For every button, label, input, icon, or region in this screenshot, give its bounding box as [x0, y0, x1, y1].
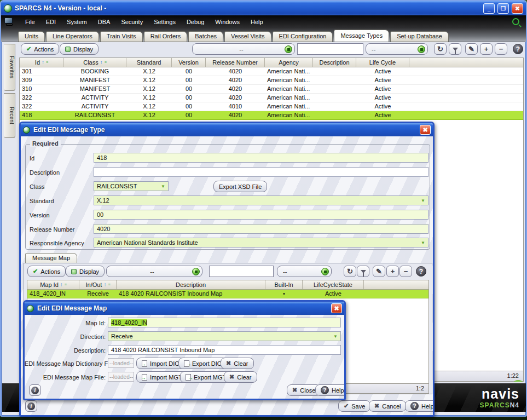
chevron-down-icon: ▼ [421, 199, 425, 203]
column-header-lifecyclestate[interactable]: LifeCycleState [303, 280, 364, 289]
edit-button[interactable]: ✎ [465, 43, 478, 55]
filter-dropdown-1[interactable]: -- [192, 43, 295, 55]
clear-mgt-button[interactable]: ✖ Clear [224, 371, 257, 383]
info-button[interactable]: i [25, 400, 37, 412]
menu-settings[interactable]: Settings [148, 16, 181, 27]
plus-icon: + [391, 267, 395, 275]
dialog-title-bar[interactable]: Edit EDI Message Type ✖ [21, 123, 433, 136]
remove-button[interactable]: − [495, 43, 507, 55]
cell-class: MANIFEST [63, 76, 126, 84]
map-dialog-help-button[interactable]: ? Help [315, 384, 346, 396]
column-header-description[interactable]: Description [313, 58, 356, 67]
description-field[interactable] [94, 167, 428, 177]
map-filter-dropdown-1[interactable]: -- [106, 266, 202, 277]
help-button[interactable]: ? [513, 44, 523, 54]
cross-icon: ✖ [292, 387, 297, 394]
filter-dropdown-2[interactable]: -- [366, 43, 428, 55]
menu-windows[interactable]: Windows [210, 16, 245, 27]
direction-dropdown[interactable]: Receive ▼ [108, 331, 341, 341]
menu-file[interactable]: File [20, 16, 40, 27]
release-number-field[interactable]: 4020 [94, 224, 428, 234]
menu-dba[interactable]: DBA [92, 16, 116, 27]
dialog-close-button[interactable]: ✖ [420, 125, 431, 135]
tab-vessel-visits[interactable]: Vessel Visits [224, 31, 271, 42]
menu-security[interactable]: Security [115, 16, 148, 27]
class-dropdown[interactable]: RAILCONSIST ▼ [94, 181, 169, 191]
title-bar[interactable]: SPARCS N4 - Version - local - _ ❐ ✖ [1, 1, 526, 15]
column-header-class[interactable]: Class ↑≡ [63, 58, 126, 67]
export-dic-button[interactable]: → Export DIC [178, 358, 227, 369]
map-filter-button[interactable] [357, 266, 369, 277]
add-button[interactable]: + [480, 43, 493, 55]
version-field[interactable]: 00 [94, 210, 428, 220]
clear-dic-button[interactable]: ✖ Clear [221, 358, 254, 369]
column-header-release-number[interactable]: Release Number [206, 58, 265, 67]
dialog-help-button[interactable]: ? Help [405, 400, 435, 412]
column-header-map-description[interactable]: Description [117, 280, 265, 289]
check-icon: ✔ [26, 45, 31, 53]
import-dic-button[interactable]: → Import DIC [136, 358, 184, 369]
column-header-in-out[interactable]: In/Out ↑≡ [79, 280, 117, 289]
table-row[interactable]: 310 MANIFEST X.12 00 4020 American Nati.… [20, 85, 523, 94]
display-button[interactable]: Display [60, 43, 99, 55]
menu-debug[interactable]: Debug [181, 16, 210, 27]
search-input[interactable] [297, 43, 363, 55]
map-filter-dropdown-2[interactable]: -- [277, 266, 332, 277]
refresh-button[interactable]: ↻ [434, 43, 447, 55]
map-id-field[interactable]: 418_4020_IN [108, 318, 341, 327]
message-map-tab[interactable]: Message Map [25, 253, 77, 263]
tab-line-operators[interactable]: Line Operators [46, 31, 99, 42]
map-help-button[interactable]: ? [416, 266, 426, 277]
close-button[interactable]: ✖ [512, 3, 523, 14]
tab-setup-database[interactable]: Set-up Database [390, 31, 449, 42]
id-field[interactable]: 418 [94, 153, 428, 163]
map-search-input[interactable] [209, 266, 274, 277]
column-header-built-in[interactable]: Built-In [265, 280, 303, 289]
cancel-button[interactable]: ✖ Cancel [369, 400, 406, 412]
map-edit-button[interactable]: ✎ [373, 266, 385, 277]
menu-edi[interactable]: EDI [40, 16, 61, 27]
tab-message-types[interactable]: Message Types [334, 30, 389, 42]
dialog-close-button[interactable]: ✖ [331, 303, 342, 313]
map-remove-button[interactable]: − [399, 266, 412, 277]
sidebar-tab-favorites[interactable]: Favorites [4, 44, 15, 91]
chevron-down-icon: ▼ [333, 335, 338, 339]
dialog-title-bar[interactable]: Edit EDI Message Map ✖ [25, 302, 344, 315]
menu-help[interactable]: Help [245, 16, 269, 27]
table-row[interactable]: 322 ACTIVITY X.12 00 4010 American Nati.… [20, 102, 523, 111]
cell-release: 4020 [206, 67, 265, 76]
column-header-version[interactable]: Version [172, 58, 206, 67]
export-xsd-button[interactable]: Export XSD File [213, 181, 267, 192]
info-button[interactable]: i [29, 384, 41, 396]
tab-batches[interactable]: Batches [188, 31, 223, 42]
table-row-selected[interactable]: 418 RAILCONSIST X.12 00 4020 American Na… [20, 111, 523, 120]
map-table-row-selected[interactable]: 418_4020_IN Receive 418 4020 RAILCONSIST… [27, 290, 428, 298]
table-row[interactable]: 322 ACTIVITY X.12 00 4020 American Nati.… [20, 94, 523, 102]
search-icon[interactable] [512, 18, 519, 25]
map-add-button[interactable]: + [386, 266, 399, 277]
table-row[interactable]: 309 MANIFEST X.12 00 4020 American Nati.… [20, 76, 523, 85]
tab-edi-configuration[interactable]: EDI Configuration [273, 31, 333, 42]
filter-button[interactable] [449, 43, 461, 55]
column-header-standard[interactable]: Standard [126, 58, 172, 67]
save-button[interactable]: ✔ Save [338, 400, 370, 412]
table-row[interactable]: 301 BOOKING X.12 00 4020 American Nati..… [20, 67, 523, 76]
map-description-field[interactable]: 418 4020 RAILCONSIST Inbound Map [108, 345, 341, 355]
column-header-agency[interactable]: Agency [265, 58, 313, 67]
actions-button[interactable]: ✔ Actions [21, 43, 59, 55]
standard-dropdown[interactable]: X.12 ▼ [94, 195, 428, 205]
responsible-agency-dropdown[interactable]: American National Standards Institute ▼ [94, 238, 428, 248]
maximize-button[interactable]: ❐ [497, 3, 509, 14]
tab-units[interactable]: Units [18, 31, 45, 42]
map-actions-button[interactable]: ✔ Actions [27, 266, 66, 277]
menu-system[interactable]: System [61, 16, 92, 27]
sidebar-tab-recent[interactable]: Recent [4, 93, 15, 138]
map-display-button[interactable]: Display [66, 266, 105, 277]
map-refresh-button[interactable]: ↻ [344, 266, 356, 277]
minimize-button[interactable]: _ [483, 3, 495, 14]
column-header-map-id[interactable]: Map Id ↑≡ [27, 280, 79, 289]
tab-rail-orders[interactable]: Rail Orders [144, 31, 188, 42]
column-header-life-cycle[interactable]: Life Cycle [356, 58, 409, 67]
tab-train-visits[interactable]: Train Visits [100, 31, 143, 42]
column-header-id[interactable]: Id ↑≡ [20, 58, 63, 67]
